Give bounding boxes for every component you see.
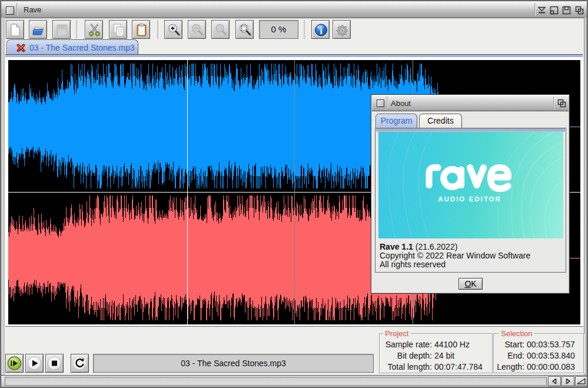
svg-text:i: i: [320, 26, 322, 36]
svg-text:AUDIO EDITOR: AUDIO EDITOR: [438, 195, 501, 203]
